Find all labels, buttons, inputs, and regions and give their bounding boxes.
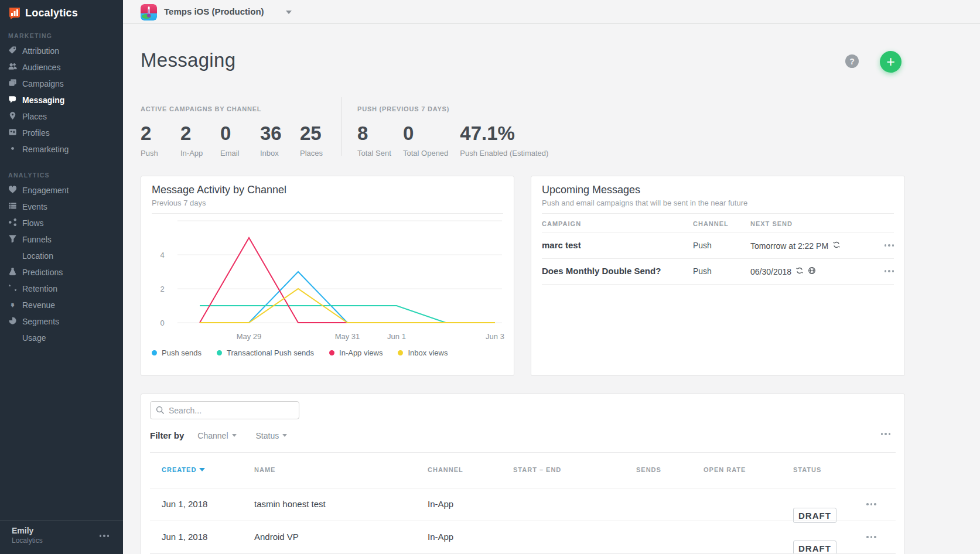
col-header-start-end[interactable]: START – END bbox=[513, 466, 561, 473]
sidebar-item-segments[interactable]: Segments bbox=[0, 313, 123, 330]
legend-push-sends: Push sends bbox=[152, 348, 202, 357]
sidebar-item-label: Retention bbox=[22, 284, 57, 293]
stat-label: Email bbox=[220, 149, 248, 158]
upcoming-col-next-send: NEXT SEND bbox=[750, 220, 793, 227]
help-icon[interactable]: ? bbox=[845, 54, 859, 68]
app-window: Localytics MARKETINGAttributionAudiences… bbox=[0, 0, 980, 554]
chevron-down-icon[interactable] bbox=[286, 11, 292, 14]
user-name: Emily bbox=[12, 526, 112, 535]
sidebar-item-retention[interactable]: Retention bbox=[0, 281, 123, 297]
row-options-ellipsis-icon[interactable] bbox=[885, 244, 894, 247]
nav-section-label: ANALYTICS bbox=[8, 172, 123, 179]
legend-label: Inbox views bbox=[408, 348, 448, 357]
col-header-name[interactable]: NAME bbox=[254, 466, 275, 473]
upcoming-row-marc-test[interactable]: marc testPushTomorrow at 2:22 PM bbox=[531, 232, 904, 258]
upcoming-channel: Push bbox=[693, 241, 712, 250]
upcoming-subtitle: Push and email campaigns that will be se… bbox=[542, 199, 894, 207]
upcoming-campaign-name[interactable]: Does Monthly Double Send? bbox=[542, 266, 661, 276]
col-header-created[interactable]: CREATED bbox=[162, 466, 205, 473]
stat-in-app: 2In-App bbox=[180, 122, 209, 158]
col-header-sends[interactable]: SENDS bbox=[636, 466, 661, 473]
table-row-android-vp[interactable]: Jun 1, 2018Android VPIn-AppDRAFT bbox=[141, 521, 904, 553]
search-box[interactable] bbox=[150, 401, 299, 419]
stat-label: Push Enabled (Estimated) bbox=[460, 149, 548, 158]
localytics-logo[interactable]: Localytics bbox=[0, 0, 123, 19]
svg-text:$: $ bbox=[11, 302, 14, 307]
user-org: Localytics bbox=[12, 536, 112, 545]
sidebar-item-label: Usage bbox=[22, 333, 46, 343]
filter-row: Filter by Channel Status bbox=[150, 430, 306, 440]
upcoming-row-does-monthly-double-send-[interactable]: Does Monthly Double Send?Push06/30/2018 bbox=[531, 258, 904, 284]
legend-dot bbox=[217, 350, 222, 355]
share-icon bbox=[8, 218, 17, 229]
app-icon[interactable] bbox=[141, 4, 157, 20]
globe-icon bbox=[808, 266, 816, 276]
row-options-ellipsis-icon[interactable] bbox=[866, 503, 876, 505]
legend-dot bbox=[152, 350, 157, 355]
sidebar-item-label: Campaigns bbox=[22, 79, 64, 88]
sidebar-item-label: Events bbox=[22, 202, 47, 211]
app-switcher[interactable]: Temps iOS (Production) bbox=[164, 6, 264, 16]
search-input[interactable] bbox=[169, 406, 286, 415]
svg-text:4: 4 bbox=[160, 251, 164, 259]
cell-name[interactable]: tasmin honest test bbox=[254, 499, 326, 509]
stat-value: 8 bbox=[357, 122, 391, 145]
sidebar-item-attribution[interactable]: Attribution bbox=[0, 43, 123, 59]
profile-card-icon bbox=[8, 128, 17, 139]
sidebar-item-predictions[interactable]: Predictions bbox=[0, 264, 123, 281]
sidebar-item-label: Revenue bbox=[22, 300, 55, 310]
svg-text:May 31: May 31 bbox=[335, 332, 360, 341]
sidebar-item-label: Engagement bbox=[22, 186, 69, 195]
sidebar-item-engagement[interactable]: Engagement bbox=[0, 182, 123, 199]
heart-icon bbox=[8, 185, 17, 196]
sidebar-item-usage[interactable]: Usage bbox=[0, 330, 123, 346]
sidebar-item-revenue[interactable]: $Revenue bbox=[0, 297, 123, 313]
table-options-ellipsis-icon[interactable] bbox=[881, 433, 891, 435]
stat-push: 2Push bbox=[141, 122, 169, 158]
pin-icon bbox=[8, 111, 17, 122]
upcoming-col-campaign: CAMPAIGN bbox=[542, 220, 581, 227]
cell-name[interactable]: Android VP bbox=[254, 532, 299, 542]
repeat-icon bbox=[795, 266, 804, 276]
activity-line-chart: 024May 29May 31Jun 1Jun 3 bbox=[147, 215, 509, 345]
sidebar-item-label: Funnels bbox=[22, 235, 52, 244]
sidebar-item-label: Audiences bbox=[22, 63, 60, 72]
sidebar-item-flows[interactable]: Flows bbox=[0, 215, 123, 231]
legend-dot bbox=[398, 350, 403, 355]
stat-value: 2 bbox=[141, 122, 169, 145]
sidebar-item-funnels[interactable]: Funnels bbox=[0, 231, 123, 248]
sidebar-item-audiences[interactable]: Audiences bbox=[0, 59, 123, 76]
table-row-tasmin-honest-test[interactable]: Jun 1, 2018tasmin honest testIn-AppDRAFT bbox=[141, 488, 904, 521]
sidebar: Localytics MARKETINGAttributionAudiences… bbox=[0, 0, 123, 554]
filter-channel-dropdown[interactable]: Channel bbox=[197, 431, 236, 440]
sidebar-user[interactable]: Emily Localytics bbox=[0, 520, 123, 554]
stat-value: 47.1% bbox=[460, 122, 548, 145]
col-header-open-rate[interactable]: OPEN RATE bbox=[704, 466, 746, 473]
row-options-ellipsis-icon[interactable] bbox=[885, 270, 894, 272]
cell-channel: In-App bbox=[428, 499, 453, 509]
sidebar-item-events[interactable]: Events bbox=[0, 199, 123, 215]
user-menu-ellipsis-icon[interactable] bbox=[100, 535, 110, 537]
filter-status-dropdown[interactable]: Status bbox=[256, 431, 288, 440]
sync-icon bbox=[8, 283, 17, 295]
stat-value: 2 bbox=[180, 122, 209, 145]
upcoming-campaign-name[interactable]: marc test bbox=[542, 240, 581, 250]
globe-icon bbox=[8, 251, 17, 262]
sidebar-item-location[interactable]: Location bbox=[0, 248, 123, 264]
sidebar-item-places[interactable]: Places bbox=[0, 108, 123, 125]
sidebar-item-messaging[interactable]: Messaging bbox=[0, 92, 123, 108]
sidebar-item-remarketing[interactable]: Remarketing bbox=[0, 141, 123, 158]
col-header-status[interactable]: STATUS bbox=[793, 466, 821, 473]
legend-in-app-views: In-App views bbox=[329, 348, 383, 357]
sidebar-item-campaigns[interactable]: Campaigns bbox=[0, 76, 123, 92]
cell-created: Jun 1, 2018 bbox=[162, 499, 207, 509]
col-header-channel[interactable]: CHANNEL bbox=[428, 466, 463, 473]
chart-legend: Push sendsTransactional Push sendsIn-App… bbox=[152, 348, 448, 357]
audiences-icon bbox=[8, 62, 17, 73]
sidebar-item-profiles[interactable]: Profiles bbox=[0, 125, 123, 141]
stats-group-push-7-days: PUSH (PREVIOUS 7 DAYS) 8Total Sent0Total… bbox=[357, 105, 560, 158]
add-campaign-button[interactable]: + bbox=[880, 51, 902, 73]
logo-wordmark: Localytics bbox=[25, 7, 78, 19]
row-options-ellipsis-icon[interactable] bbox=[866, 536, 876, 538]
svg-text:2: 2 bbox=[160, 285, 164, 293]
